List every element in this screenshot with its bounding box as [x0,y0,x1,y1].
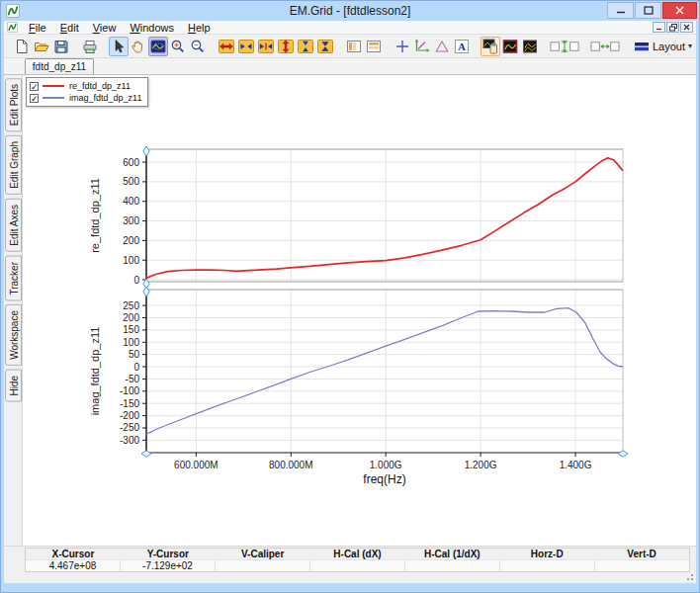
tab-fdtd-dp-z11[interactable]: fdtd_dp_z11 [25,58,94,74]
y-tick-label: -200 [120,410,139,421]
split-columns-button[interactable] [344,37,364,56]
shrink-vertical-icon [298,39,313,54]
zoom-in-button[interactable] [168,37,188,56]
x-tick-label: 1.400G [560,460,592,470]
sidebar-tab-edit-axes[interactable]: Edit Axes [5,199,22,252]
expand-horizontal-button[interactable] [217,37,236,56]
open-folder-button[interactable] [32,37,51,56]
status-header: V-Caliper [216,549,310,559]
cursor-marker[interactable] [618,451,628,457]
menu-edit[interactable]: Edit [53,21,86,35]
plot-legend: ✓re_fdtd_dp_z11✓imag_fdtd_dp_z11 [26,77,148,107]
caliper-triangle-icon [434,39,450,54]
legend-checkbox[interactable]: ✓ [30,94,39,103]
sidebar-tab-hide[interactable]: Hide [5,370,22,402]
plots-window-icon [522,39,538,54]
zoom-out-icon [190,39,206,54]
zoom-out-button[interactable] [188,37,208,56]
chevron-down-icon: ▾ [688,42,692,50]
menu-help[interactable]: Help [181,21,218,35]
mdi-minimize-button[interactable] [653,22,665,33]
status-value [595,559,689,571]
plot-re_fdtd_dp_z11: 0100200300400500600re_fdtd_dp_z11 [89,149,623,286]
cursor-marker[interactable] [141,451,151,457]
y-tick-label: 200 [123,312,139,323]
crosshair-button[interactable] [393,37,412,56]
mdi-restore-button[interactable] [666,22,679,33]
layout-dropdown[interactable]: Layout▾ [630,37,696,56]
cursor-marker[interactable] [143,146,149,156]
menu-file[interactable]: File [22,21,53,35]
app-logo-icon-small [7,22,18,33]
sidebar-tab-tracker[interactable]: Tracker [5,256,22,301]
open-folder-icon [34,39,49,54]
shrink-horizontal-button[interactable] [236,37,256,56]
plots-canvas[interactable]: 0100200300400500600re_fdtd_dp_z11-300-25… [23,75,696,546]
status-header: X-Cursor [26,549,121,559]
layout-label: Layout [653,41,685,52]
cursor-marker[interactable] [143,287,149,296]
select-arrow-icon [111,39,127,54]
plots-window-button[interactable] [520,37,540,56]
shrink-vertical-button[interactable] [296,37,315,56]
pan-hand-icon [131,39,146,54]
save-button[interactable] [51,37,71,56]
y-tick-label: 50 [129,349,140,360]
split-columns-icon [346,39,362,54]
legend-entry: ✓imag_fdtd_dp_z11 [30,92,141,104]
y-tick-label: 600 [123,157,139,168]
zoom-window-button[interactable] [148,37,168,56]
close-button[interactable] [662,2,697,19]
x-tick-label: 800.000M [269,460,312,470]
y-tick-label: 0 [133,362,139,373]
minimize-button[interactable] [607,2,634,19]
center-horizontal-button[interactable] [256,37,276,56]
y-tick-label: -250 [120,422,139,433]
x-tick-label: 1.000G [370,460,402,470]
copy-plot-button[interactable] [481,37,500,56]
legend-checkbox[interactable]: ✓ [30,82,39,91]
split-rows-icon [366,39,382,54]
add-text-button[interactable]: A [452,37,472,56]
print-icon [82,39,98,54]
sidebar-tab-edit-graph[interactable]: Edit Graph [5,135,22,195]
expand-vertical-button[interactable] [276,37,296,56]
tab-strip: fdtd_dp_z11 [4,58,696,75]
horizontal-caliper-button[interactable] [589,37,621,56]
layout-icon [634,39,650,54]
status-value [500,559,595,571]
y-tick-label: 250 [123,300,139,311]
center-vertical-button[interactable] [315,37,335,56]
tracker-axes-button[interactable] [412,37,432,56]
split-rows-button[interactable] [364,37,384,56]
menu-bar: FileEditViewWindowsHelp [4,21,696,35]
print-button[interactable] [80,37,100,56]
status-header: H-Cal (dX) [310,549,405,559]
caliper-triangle-button[interactable] [432,37,452,56]
y-tick-label: 300 [123,215,139,226]
menu-windows[interactable]: Windows [123,21,181,35]
menu-view[interactable]: View [86,21,124,35]
shrink-horizontal-icon [238,39,254,54]
vertical-caliper-button[interactable] [549,37,580,56]
legend-label: re_fdtd_dp_z11 [69,81,131,91]
sidebar-tab-edit-plots[interactable]: Edit Plots [5,78,22,131]
status-value: 4.467e+08 [26,559,121,571]
maximize-button[interactable] [635,2,661,19]
status-bar: X-CursorY-CursorV-CaliperH-Cal (dX)H-Cal… [4,546,696,583]
zoom-window-icon [150,39,166,54]
mdi-close-button[interactable] [680,22,693,33]
app-window: EM.Grid - [fdtdlesson2] FileEditViewWind… [0,0,700,593]
y-tick-label: 100 [123,255,139,266]
x-tick-label: 600.000M [174,460,218,470]
sidebar-tab-workspace[interactable]: Workspace [5,304,22,366]
resize-grip-icon[interactable] [685,572,694,581]
plot-window-button[interactable] [500,37,520,56]
select-arrow-button[interactable] [109,37,129,56]
plot-area[interactable]: ✓re_fdtd_dp_z11✓imag_fdtd_dp_z11 0100200… [23,75,696,546]
legend-entry: ✓re_fdtd_dp_z11 [30,80,141,92]
new-file-button[interactable] [12,37,32,56]
save-icon [53,39,69,54]
pan-hand-button[interactable] [129,37,148,56]
status-value [405,559,500,571]
